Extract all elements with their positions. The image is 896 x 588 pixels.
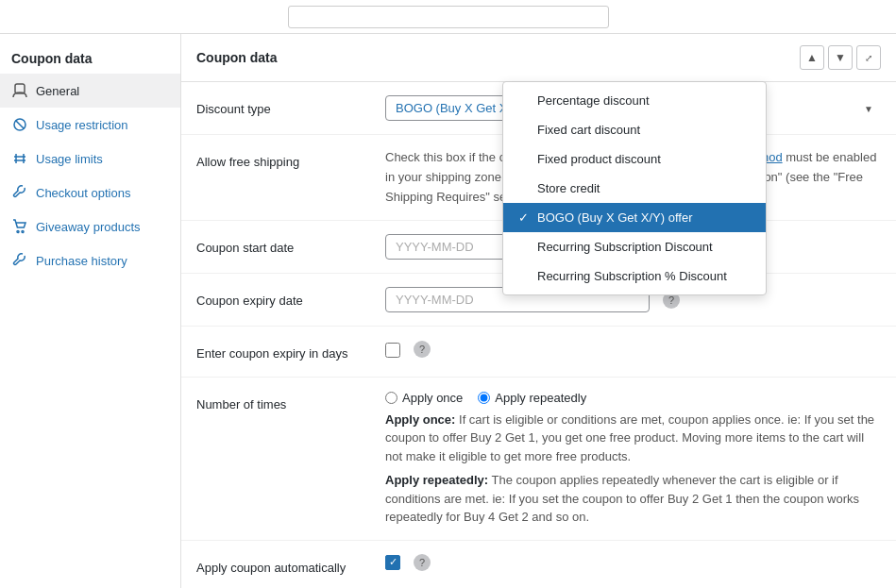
hash-icon [11,150,28,167]
content-area: Coupon data ▲ ▼ ⤢ Discount type BOGO (Bu… [181,34,896,588]
top-bar [0,0,896,34]
sidebar-item-general-label: General [36,84,79,98]
discount-type-dropdown: Percentage discount Fixed cart discount … [502,81,767,295]
apply-once-radio-item[interactable]: Apply once [385,391,463,405]
dropdown-item-fixed-product-check [518,152,532,166]
select-arrow-icon: ▼ [864,103,873,113]
dropdown-item-recurring-sub-check [518,240,532,254]
apply-coupon-auto-checkbox[interactable] [385,555,400,570]
dropdown-item-recurring-sub-label: Recurring Subscription Discount [537,240,713,254]
coupon-expiry-date-label: Coupon expiry date [196,287,385,310]
apply-repeatedly-bold: Apply repeatedly: [385,473,488,487]
number-of-times-radio-group: Apply once Apply repeatedly [385,391,881,405]
header-actions: ▲ ▼ ⤢ [800,45,881,70]
content-header: Coupon data ▲ ▼ ⤢ [181,34,896,82]
apply-coupon-auto-help-icon[interactable]: ? [414,554,431,571]
discount-type-label: Discount type [196,95,385,118]
allow-free-shipping-label: Allow free shipping [196,148,385,171]
svg-line-2 [16,121,25,129]
sidebar-item-purchase-history[interactable]: Purchase history [0,244,180,277]
expiry-days-help-icon[interactable]: ? [414,341,431,358]
sidebar-item-giveaway-products-label: Giveaway products [36,220,141,234]
dropdown-item-percentage-label: Percentage discount [537,93,650,108]
apply-once-radio[interactable] [385,392,397,404]
number-of-times-row: Number of times Apply once Apply repeate… [181,378,896,541]
sidebar-item-usage-restriction-label: Usage restriction [36,118,128,132]
apply-coupon-auto-inline: ? [385,554,881,571]
number-of-times-label: Number of times [196,391,385,413]
dropdown-item-bogo-label: BOGO (Buy X Get X/Y) offer [537,210,692,225]
apply-once-info-text: Apply once: If cart is eligible or condi… [385,411,881,466]
expiry-days-checkbox[interactable] [385,343,400,358]
expiry-days-inline: ? [385,340,881,358]
dropdown-item-recurring-sub-pct-check [518,269,532,283]
cart-icon [11,218,28,235]
expand-button[interactable]: ⤢ [856,45,881,70]
sidebar-item-usage-limits[interactable]: Usage limits [0,142,180,176]
content-title: Coupon data [196,50,278,65]
sidebar-item-usage-restriction[interactable]: Usage restriction [0,108,180,142]
apply-coupon-auto-label: Apply coupon automatically [196,554,385,577]
dropdown-item-recurring-sub-pct-label: Recurring Subscription % Discount [537,269,727,283]
wrench-icon [11,184,28,201]
sidebar-title: Coupon data [0,42,180,74]
apply-once-radio-label: Apply once [402,391,463,405]
sidebar-item-usage-limits-label: Usage limits [36,152,103,166]
dropdown-item-fixed-product-label: Fixed product discount [537,152,661,166]
dropdown-item-fixed-cart-label: Fixed cart discount [537,123,640,137]
dropdown-item-recurring-sub[interactable]: Recurring Subscription Discount [503,232,766,261]
coupon-start-date-label: Coupon start date [196,234,385,257]
number-of-times-content: Apply once Apply repeatedly Apply once: … [385,391,881,527]
sidebar-item-general[interactable]: General [0,74,180,108]
dropdown-item-recurring-sub-pct[interactable]: Recurring Subscription % Discount [503,261,766,291]
dropdown-item-fixed-cart[interactable]: Fixed cart discount [503,115,766,144]
expiry-days-label: Enter coupon expiry in days [196,340,385,362]
dropdown-item-fixed-cart-check [518,123,532,137]
apply-repeatedly-radio[interactable] [478,392,490,404]
dropdown-item-fixed-product[interactable]: Fixed product discount [503,144,766,174]
ban-icon [11,116,28,133]
expiry-days-row: Enter coupon expiry in days ? [181,327,896,377]
apply-coupon-auto-row: Apply coupon automatically ? [181,541,896,588]
search-input[interactable] [288,6,609,28]
sidebar-item-checkout-options-label: Checkout options [36,186,130,200]
apply-coupon-auto-content: ? [385,554,881,571]
expiry-days-content: ? [385,340,881,358]
sidebar-item-giveaway-products[interactable]: Giveaway products [0,210,180,244]
apply-once-info-detail: If cart is eligible or conditions are me… [385,412,874,463]
wrench2-icon [11,252,28,269]
apply-once-bold: Apply once: [385,412,455,427]
collapse-down-button[interactable]: ▼ [828,45,853,70]
svg-point-8 [22,231,24,233]
dropdown-item-store-credit[interactable]: Store credit [503,174,766,203]
dropdown-item-store-credit-label: Store credit [537,181,600,195]
apply-repeatedly-info-text: Apply repeatedly: The coupon applies rep… [385,471,881,527]
apply-repeatedly-radio-item[interactable]: Apply repeatedly [478,391,586,405]
dropdown-item-bogo-check: ✓ [518,210,532,225]
sidebar: Coupon data General Usage restriction [0,34,181,588]
dropdown-item-store-credit-check [518,181,532,195]
sidebar-item-checkout-options[interactable]: Checkout options [0,176,180,210]
dropdown-item-percentage-check [518,93,532,108]
apply-repeatedly-radio-label: Apply repeatedly [495,391,586,405]
sidebar-item-purchase-history-label: Purchase history [36,254,127,268]
collapse-up-button[interactable]: ▲ [800,45,824,70]
person-icon [11,82,28,99]
dropdown-item-percentage[interactable]: Percentage discount [503,86,766,115]
svg-point-7 [17,231,19,233]
dropdown-item-bogo[interactable]: ✓ BOGO (Buy X Get X/Y) offer [503,203,766,232]
